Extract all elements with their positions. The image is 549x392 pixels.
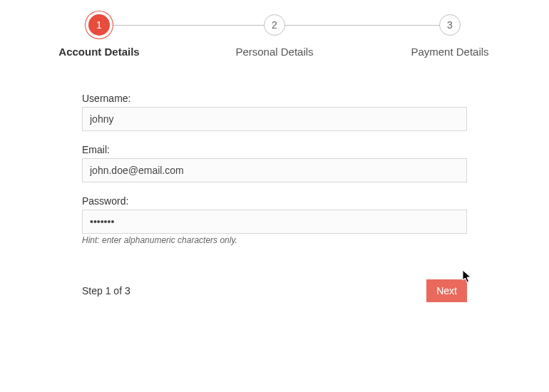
- email-field-group: Email:: [82, 144, 467, 182]
- stepper: 1 Account Details 2 Personal Details 3 P…: [82, 14, 467, 64]
- username-label: Username:: [82, 93, 467, 104]
- next-button[interactable]: Next: [426, 279, 467, 302]
- password-field-group: Password: Hint: enter alphanumeric chara…: [82, 195, 467, 245]
- step-payment-details[interactable]: 3 Payment Details: [396, 14, 503, 58]
- account-form: Username: Email: Password: Hint: enter a…: [82, 93, 467, 245]
- step-label-1: Account Details: [46, 46, 153, 58]
- step-label-2: Personal Details: [221, 46, 328, 58]
- step-indicator: Step 1 of 3: [82, 285, 130, 296]
- password-input[interactable]: [82, 210, 467, 234]
- email-input[interactable]: [82, 158, 467, 182]
- step-circle-2: 2: [264, 14, 285, 36]
- step-label-3: Payment Details: [396, 46, 503, 58]
- step-account-details[interactable]: 1 Account Details: [46, 14, 153, 58]
- username-input[interactable]: [82, 107, 467, 131]
- email-label: Email:: [82, 144, 467, 155]
- password-label: Password:: [82, 195, 467, 207]
- step-circle-3: 3: [439, 14, 461, 36]
- wizard-footer: Step 1 of 3 Next: [82, 279, 467, 302]
- username-field-group: Username:: [82, 93, 467, 131]
- step-circle-1: 1: [88, 14, 110, 36]
- signup-wizard: 1 Account Details 2 Personal Details 3 P…: [0, 0, 549, 392]
- step-personal-details[interactable]: 2 Personal Details: [221, 14, 328, 58]
- password-hint: Hint: enter alphanumeric characters only…: [82, 235, 467, 245]
